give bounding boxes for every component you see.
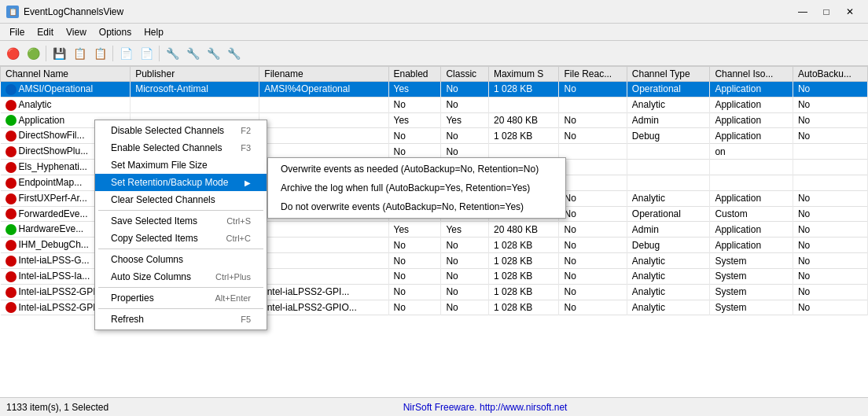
maximize-button[interactable]: □ <box>815 4 838 20</box>
menu-view[interactable]: View <box>60 25 93 39</box>
cell-channeliso: System <box>710 268 793 284</box>
cell-filereac: No <box>559 82 627 98</box>
toolbar-btn-copy[interactable]: 📋 <box>70 44 89 63</box>
table-row[interactable]: Analytic No No Analytic Application No <box>1 97 868 112</box>
cell-maxsize: 20 480 KB <box>488 222 559 237</box>
menu-help[interactable]: Help <box>138 25 170 39</box>
col-channel-type[interactable]: Channel Type <box>627 67 710 82</box>
ctx-properties[interactable]: Properties Alt+Enter <box>95 289 267 307</box>
menu-options[interactable]: Options <box>93 25 138 39</box>
cell-channeliso: Application <box>710 112 793 128</box>
col-autobackup[interactable]: AutoBacku... <box>793 67 867 82</box>
cell-enabled: No <box>388 284 441 300</box>
toolbar-btn-doc2[interactable]: 📄 <box>137 44 156 63</box>
cell-channeliso: System <box>710 253 793 269</box>
submenu-archive[interactable]: Archive the log when full (AutoBackup=Ye… <box>268 179 565 197</box>
cell-autobackup: No <box>793 237 867 253</box>
cell-channeltype: Analytic <box>627 268 710 284</box>
cell-autobackup: No <box>793 190 867 206</box>
cell-filereac: No <box>559 206 627 222</box>
col-classic[interactable]: Classic <box>441 67 489 82</box>
toolbar-btn-settings2[interactable]: 🔧 <box>183 44 202 63</box>
col-filename[interactable]: Filename <box>259 67 388 82</box>
cell-filereac <box>559 160 627 175</box>
submenu-retention: Overwrite events as needed (AutoBackup=N… <box>267 157 566 219</box>
col-file-reac[interactable]: File Reac... <box>559 67 627 82</box>
cell-classic: No <box>441 253 489 269</box>
col-channel-iso[interactable]: Channel Iso... <box>710 67 793 82</box>
ctx-set-max-file[interactable]: Set Maximum File Size <box>95 156 267 174</box>
cell-channeltype: Debug <box>627 128 710 144</box>
cell-autobackup: No <box>793 222 867 237</box>
ctx-disable-channels[interactable]: Disable Selected Channels F2 <box>95 122 267 139</box>
cell-channeltype: Operational <box>627 206 710 222</box>
toolbar-btn-doc[interactable]: 📄 <box>116 44 135 63</box>
toolbar-btn-green[interactable]: 🟢 <box>24 44 42 63</box>
cell-maxsize: 1 028 KB <box>488 284 559 300</box>
cell-filename <box>259 253 388 269</box>
col-max-size[interactable]: Maximum S <box>488 67 559 82</box>
cell-publisher: Microsoft-Antimal <box>131 82 259 98</box>
cell-filereac: No <box>559 128 627 144</box>
cell-classic: No <box>441 97 489 112</box>
cell-channeltype <box>627 175 710 190</box>
menu-file[interactable]: File <box>3 25 31 39</box>
ctx-set-retention[interactable]: Set Retention/Backup Mode ▶ <box>95 174 267 191</box>
cell-name: AMSI/Operational <box>1 82 131 98</box>
ctx-separator-3 <box>98 287 263 288</box>
cell-channeltype: Admin <box>627 222 710 237</box>
cell-maxsize: 1 028 KB <box>488 253 559 269</box>
submenu-no-overwrite[interactable]: Do not overwrite events (AutoBackup=No, … <box>268 197 565 216</box>
cell-autobackup <box>793 144 867 160</box>
cell-enabled: No <box>388 253 441 269</box>
toolbar-btn-copy2[interactable]: 📋 <box>90 44 109 63</box>
toolbar-btn-settings3[interactable]: 🔧 <box>204 44 223 63</box>
cell-enabled: Yes <box>388 82 441 98</box>
toolbar-btn-settings4[interactable]: 🔧 <box>224 44 243 63</box>
cell-classic: No <box>441 284 489 300</box>
ctx-refresh[interactable]: Refresh F5 <box>95 311 267 328</box>
minimize-button[interactable]: — <box>791 4 815 20</box>
cell-filereac: No <box>559 268 627 284</box>
close-button[interactable]: ✕ <box>838 4 862 20</box>
app-icon: 📋 <box>6 6 19 18</box>
cell-channeliso: Application <box>710 190 793 206</box>
table-container[interactable]: Channel Name Publisher Filename Enabled … <box>0 66 868 397</box>
cell-autobackup <box>793 175 867 190</box>
window-controls: — □ ✕ <box>791 4 862 20</box>
cell-maxsize: 1 028 KB <box>488 300 559 315</box>
cell-channeliso <box>710 175 793 190</box>
col-channel-name[interactable]: Channel Name <box>1 67 131 82</box>
toolbar-btn-red[interactable]: 🔴 <box>3 44 22 63</box>
ctx-choose-columns[interactable]: Choose Columns <box>95 251 267 268</box>
ctx-save-selected[interactable]: Save Selected Items Ctrl+S <box>95 212 267 230</box>
col-publisher[interactable]: Publisher <box>131 67 259 82</box>
toolbar-btn-save[interactable]: 💾 <box>50 44 68 63</box>
ctx-auto-size[interactable]: Auto Size Columns Ctrl+Plus <box>95 268 267 285</box>
cell-filereac: No <box>559 284 627 300</box>
toolbar-btn-settings[interactable]: 🔧 <box>163 44 182 63</box>
table-row[interactable]: AMSI/Operational Microsoft-Antimal AMSI%… <box>1 82 868 98</box>
ctx-enable-channels[interactable]: Enable Selected Channels F3 <box>95 139 267 156</box>
cell-filereac: No <box>559 253 627 269</box>
menu-edit[interactable]: Edit <box>31 25 60 39</box>
cell-autobackup: No <box>793 206 867 222</box>
cell-classic: No <box>441 300 489 315</box>
cell-enabled: No <box>388 237 441 253</box>
cell-autobackup: No <box>793 128 867 144</box>
ctx-clear-channels[interactable]: Clear Selected Channels <box>95 191 267 208</box>
status-bar: 1133 item(s), 1 Selected NirSoft Freewar… <box>0 397 868 416</box>
toolbar-separator-2 <box>112 46 113 61</box>
cell-channeliso: Application <box>710 128 793 144</box>
col-enabled[interactable]: Enabled <box>388 67 441 82</box>
cell-filename: Intel-iaLPSS2-GPIO... <box>259 300 388 315</box>
cell-filename <box>259 112 388 128</box>
cell-maxsize: 1 028 KB <box>488 82 559 98</box>
cell-maxsize: 20 480 KB <box>488 112 559 128</box>
cell-channeliso: System <box>710 284 793 300</box>
submenu-overwrite[interactable]: Overwrite events as needed (AutoBackup=N… <box>268 160 565 179</box>
cell-classic: Yes <box>441 222 489 237</box>
cell-filename <box>259 268 388 284</box>
cell-enabled: No <box>388 268 441 284</box>
ctx-copy-selected[interactable]: Copy Selected Items Ctrl+C <box>95 230 267 247</box>
